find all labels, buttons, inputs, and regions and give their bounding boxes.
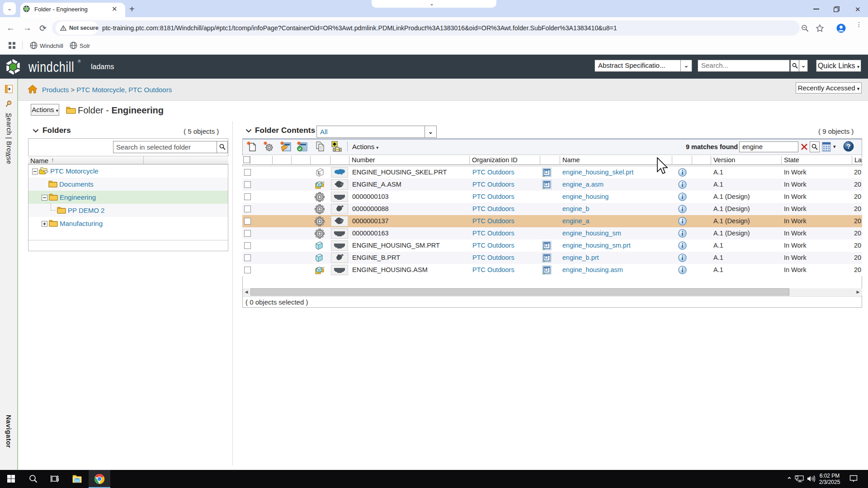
svg-text:?: ? <box>846 142 850 150</box>
